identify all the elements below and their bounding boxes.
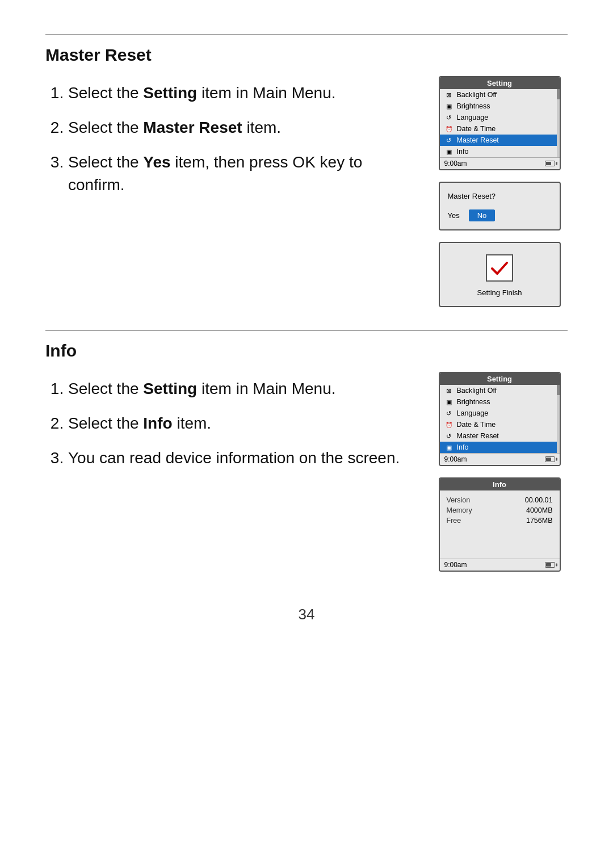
info-info-icon: ▣ <box>444 443 454 452</box>
masterreset-icon: ↺ <box>444 136 454 145</box>
language-icon: ↺ <box>444 113 454 122</box>
yes-label: Yes <box>448 211 460 220</box>
info-dialog-screen: Info Version 00.00.01 Memory 4000MB Free… <box>439 477 561 572</box>
info-datetime-icon: ⏰ <box>444 420 454 429</box>
master-reset-steps-list: Select the Setting item in Main Menu. Se… <box>45 82 409 196</box>
setting-bold-2: Setting <box>143 380 197 397</box>
datetime-label: Date & Time <box>457 125 496 133</box>
master-reset-step-3: Select the Yes item, then press OK key t… <box>68 151 409 195</box>
screen1-header: Setting <box>440 77 560 89</box>
info-language-icon: ↺ <box>444 409 454 418</box>
info-screens: Setting ⊠ Backlight Off ▣ Brightness ↺ L… <box>431 372 568 572</box>
info-info-label: Info <box>457 443 469 451</box>
master-reset-instructions: Select the Setting item in Main Menu. Se… <box>45 76 409 208</box>
master-reset-step-1: Select the Setting item in Main Menu. <box>68 82 409 104</box>
memory-value: 4000MB <box>526 506 553 514</box>
info-language-label: Language <box>457 409 489 417</box>
info-bold: Info <box>143 414 172 432</box>
info-steps-list: Select the Setting item in Main Menu. Se… <box>45 378 409 469</box>
info-menu-masterreset: ↺ Master Reset <box>440 430 560 442</box>
version-label: Version <box>447 496 471 504</box>
yes-bold: Yes <box>143 153 170 171</box>
memory-label: Memory <box>447 506 472 514</box>
info-step-2: Select the Info item. <box>68 412 409 434</box>
screen1-menu: ⊠ Backlight Off ▣ Brightness ↺ Language … <box>440 89 560 157</box>
info-instructions: Select the Setting item in Main Menu. Se… <box>45 372 409 482</box>
master-reset-bold: Master Reset <box>143 119 242 136</box>
no-button[interactable]: No <box>469 209 496 221</box>
info-dialog-body: Version 00.00.01 Memory 4000MB Free 1756… <box>440 490 560 536</box>
info-screen2-time: 9:00am <box>444 561 467 569</box>
menu-item-language: ↺ Language <box>440 112 560 123</box>
checkmark-icon <box>490 258 509 278</box>
finish-label: Setting Finish <box>477 288 522 297</box>
info-screen1-header: Setting <box>440 373 560 385</box>
version-value: 00.00.01 <box>525 496 553 504</box>
menu-item-masterreset: ↺ Master Reset <box>440 135 560 146</box>
setting-bold-1: Setting <box>143 84 197 102</box>
info-masterreset-icon: ↺ <box>444 431 454 441</box>
info-screen1-footer: 9:00am <box>440 453 560 465</box>
info-step-3: You can read device information on the s… <box>68 447 409 469</box>
dialog-title: Master Reset? <box>448 192 552 200</box>
master-reset-header: Master Reset <box>45 34 568 65</box>
info-content: Select the Setting item in Main Menu. Se… <box>45 372 568 572</box>
info-menu-datetime: ⏰ Date & Time <box>440 419 560 430</box>
menu-item-backlight: ⊠ Backlight Off <box>440 89 560 100</box>
info-step-1: Select the Setting item in Main Menu. <box>68 378 409 400</box>
menu-item-datetime: ⏰ Date & Time <box>440 123 560 135</box>
info-version-row: Version 00.00.01 <box>447 496 553 504</box>
dialog-buttons: Yes No <box>448 209 552 221</box>
info-brightness-icon: ▣ <box>444 397 454 406</box>
master-reset-screens: Setting ⊠ Backlight Off ▣ Brightness ↺ L… <box>431 76 568 307</box>
info-icon: ▣ <box>444 147 454 156</box>
battery-icon-2 <box>545 456 555 462</box>
master-reset-screen1: Setting ⊠ Backlight Off ▣ Brightness ↺ L… <box>439 76 561 170</box>
free-label: Free <box>447 517 461 525</box>
info-menu-backlight: ⊠ Backlight Off <box>440 385 560 396</box>
info-menu-info: ▣ Info <box>440 442 560 453</box>
info-memory-row: Memory 4000MB <box>447 506 553 514</box>
info-screen1-time: 9:00am <box>444 455 467 463</box>
brightness-label: Brightness <box>457 102 490 110</box>
battery-icon-1 <box>545 161 555 166</box>
menu-item-info: ▣ Info <box>440 146 560 157</box>
menu-item-brightness: ▣ Brightness <box>440 100 560 112</box>
info-header: Info <box>45 330 568 360</box>
info-dialog-header: Info <box>440 479 560 490</box>
master-reset-dialog: Master Reset? Yes No <box>439 182 561 230</box>
info-backlight-label: Backlight Off <box>457 387 497 395</box>
info-masterreset-label: Master Reset <box>457 432 499 440</box>
info-title: Info <box>45 341 77 360</box>
info-dialog-footer: 9:00am <box>440 559 560 571</box>
master-reset-content: Select the Setting item in Main Menu. Se… <box>45 76 568 307</box>
info-menu-brightness: ▣ Brightness <box>440 396 560 408</box>
screen1-footer: 9:00am <box>440 157 560 169</box>
masterreset-label: Master Reset <box>457 136 499 144</box>
master-reset-section: Master Reset Select the Setting item in … <box>45 34 568 307</box>
info-screen1-menu: ⊠ Backlight Off ▣ Brightness ↺ Language … <box>440 385 560 453</box>
master-reset-step-2: Select the Master Reset item. <box>68 116 409 139</box>
brightness-icon: ▣ <box>444 102 454 111</box>
info-label: Info <box>457 148 469 156</box>
checkmark-box <box>486 254 513 282</box>
battery-icon-3 <box>545 562 555 568</box>
page-number: 34 <box>45 606 568 623</box>
datetime-icon: ⏰ <box>444 124 454 133</box>
language-label: Language <box>457 114 489 121</box>
info-backlight-icon: ⊠ <box>444 386 454 395</box>
backlight-icon: ⊠ <box>444 90 454 99</box>
setting-finish-screen: Setting Finish <box>439 242 561 307</box>
info-free-row: Free 1756MB <box>447 517 553 525</box>
info-datetime-label: Date & Time <box>457 421 496 429</box>
info-brightness-label: Brightness <box>457 398 490 406</box>
info-section: Info Select the Setting item in Main Men… <box>45 330 568 572</box>
screen1-time: 9:00am <box>444 160 467 167</box>
master-reset-title: Master Reset <box>45 45 152 64</box>
info-screen1: Setting ⊠ Backlight Off ▣ Brightness ↺ L… <box>439 372 561 466</box>
free-value: 1756MB <box>526 517 553 525</box>
backlight-label: Backlight Off <box>457 91 497 99</box>
info-menu-language: ↺ Language <box>440 408 560 419</box>
